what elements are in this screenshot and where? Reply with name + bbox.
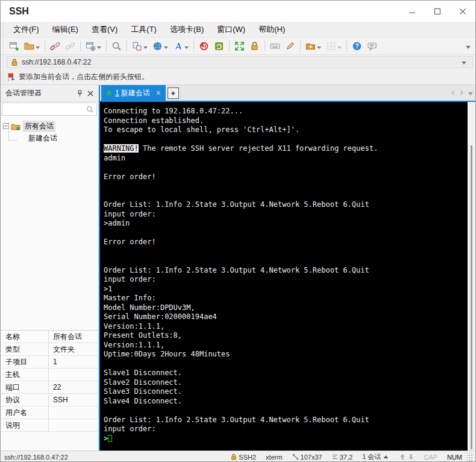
address-dropdown-button[interactable] bbox=[459, 58, 469, 66]
menu-item-5[interactable]: 窗口(W) bbox=[210, 22, 252, 37]
address-grip[interactable] bbox=[2, 56, 5, 68]
find-button[interactable] bbox=[110, 39, 124, 53]
terminal-line: Version:1.1.1, bbox=[104, 341, 468, 350]
property-row-7: 说明 bbox=[1, 419, 98, 432]
minimize-button[interactable] bbox=[399, 1, 425, 22]
terminal-line bbox=[104, 247, 468, 257]
notice-grip[interactable] bbox=[2, 71, 5, 83]
property-label: 用户名 bbox=[1, 407, 49, 419]
help-button[interactable]: ? bbox=[350, 39, 364, 53]
terminal-line: Serial Number:020000194ae4 bbox=[104, 312, 468, 322]
scrollbar-thumb[interactable] bbox=[471, 145, 472, 449]
resize-grip[interactable] bbox=[467, 453, 473, 461]
highlight-pen-button[interactable] bbox=[283, 39, 297, 53]
font-button[interactable] bbox=[171, 39, 190, 53]
property-row-0: 名称所有会话 bbox=[1, 331, 98, 343]
keyboard-icon bbox=[270, 41, 280, 51]
lock-icon bbox=[231, 454, 237, 460]
terminal-scrollbar[interactable] bbox=[468, 102, 475, 451]
trace-button[interactable] bbox=[197, 39, 211, 53]
address-field[interactable]: ssh://192.168.0.47:22 bbox=[7, 56, 473, 68]
highlight-pen-icon bbox=[285, 41, 295, 51]
property-row-4: 端口22 bbox=[1, 381, 98, 394]
session-properties-table: 名称所有会话类型文件夹子项目1主机端口22协议SSH用户名说明 bbox=[1, 330, 98, 451]
tree-item-1[interactable]: 新建会话 bbox=[1, 132, 98, 144]
collapse-expander-icon[interactable] bbox=[3, 123, 9, 129]
terminal-line bbox=[104, 406, 468, 416]
property-value: SSH bbox=[49, 396, 68, 404]
close-panel-button[interactable] bbox=[85, 88, 96, 99]
menu-item-0[interactable]: 文件(F) bbox=[7, 22, 46, 37]
terminal-line: input order: bbox=[104, 275, 468, 285]
terminal-line bbox=[104, 191, 468, 201]
menu-item-3[interactable]: 工具(T) bbox=[124, 22, 163, 37]
tab-list-button[interactable] bbox=[468, 87, 473, 98]
plus-icon: + bbox=[171, 89, 175, 97]
fullscreen-button[interactable] bbox=[233, 39, 246, 53]
session-properties-button[interactable] bbox=[84, 39, 103, 53]
tree-item-label: 所有会话 bbox=[23, 121, 55, 132]
terminal-line: Error order! bbox=[104, 172, 468, 182]
chevron-right-icon bbox=[460, 90, 463, 95]
terminal-line bbox=[104, 359, 468, 369]
new-tab-button[interactable]: + bbox=[168, 87, 179, 99]
terminal-line: Slave4 Disconnect. bbox=[104, 397, 468, 407]
keyboard-button[interactable] bbox=[268, 39, 282, 53]
new-folder-icon bbox=[305, 41, 316, 51]
layout-tabs-icon bbox=[132, 41, 142, 51]
tab-scroll-right-button[interactable] bbox=[460, 87, 463, 98]
toolbar-grip[interactable] bbox=[2, 39, 5, 52]
menu-item-1[interactable]: 编辑(E) bbox=[46, 22, 85, 37]
menu-bar: 文件(F)编辑(E)查看(V)工具(T)选项卡(B)窗口(W)帮助(H) bbox=[1, 22, 475, 37]
caret-down-icon bbox=[184, 40, 189, 51]
property-label: 类型 bbox=[1, 343, 49, 355]
tree-item-0[interactable]: 所有会话 bbox=[1, 120, 98, 132]
maximize-button[interactable] bbox=[425, 1, 450, 22]
open-folder-button[interactable] bbox=[22, 39, 42, 53]
property-row-6: 用户名 bbox=[1, 407, 98, 419]
app-window: SSH 文件(F)编辑(E)查看(V)工具(T)选项卡(B)窗口(W)帮助(H)… bbox=[0, 0, 476, 462]
session-connected-icon bbox=[107, 90, 111, 95]
reconnect-button bbox=[63, 39, 77, 53]
terminal-line: Model Number:DPDUv3M, bbox=[104, 303, 468, 313]
toolbar-separator bbox=[106, 40, 107, 51]
address-text: ssh://192.168.0.47:22 bbox=[22, 58, 459, 66]
arrow-down-icon bbox=[408, 454, 414, 460]
status-encryption: SSH2 bbox=[231, 454, 256, 461]
tab-close-button[interactable] bbox=[156, 89, 161, 97]
close-button[interactable] bbox=[450, 1, 475, 22]
toolbar-overflow-button[interactable] bbox=[461, 40, 475, 51]
new-session-button[interactable] bbox=[7, 39, 21, 53]
tab-scroll-left-button[interactable] bbox=[451, 87, 455, 98]
status-scroll-buttons[interactable] bbox=[399, 454, 414, 460]
property-label: 名称 bbox=[1, 331, 49, 343]
terminal-line: Connecting to 192.168.0.47:22... bbox=[104, 107, 468, 116]
lock-button[interactable] bbox=[248, 39, 261, 53]
session-properties-icon bbox=[86, 41, 96, 51]
message-button[interactable] bbox=[365, 39, 379, 53]
menu-item-6[interactable]: 帮助(H) bbox=[252, 22, 292, 37]
notice-text: 要添加当前会话，点击左侧的箭头按钮。 bbox=[19, 72, 149, 82]
disconnect-button[interactable] bbox=[48, 39, 62, 53]
log-button[interactable] bbox=[212, 39, 226, 53]
tab-bar: 1 新建会话 + bbox=[100, 85, 475, 102]
property-value: 所有会话 bbox=[49, 332, 82, 342]
pin-panel-button[interactable] bbox=[74, 88, 85, 99]
new-folder-button[interactable] bbox=[304, 39, 323, 53]
tab-session-1[interactable]: 1 新建会话 bbox=[101, 85, 166, 101]
menu-item-4[interactable]: 选项卡(B) bbox=[163, 22, 210, 37]
menu-grip[interactable] bbox=[2, 24, 5, 35]
session-search-box[interactable] bbox=[2, 103, 97, 116]
menu-item-2[interactable]: 查看(V) bbox=[85, 22, 124, 37]
terminal-line: Version:1.1.1, bbox=[104, 322, 468, 332]
session-search bbox=[1, 102, 98, 116]
caret-down-icon bbox=[337, 40, 342, 51]
property-value: 文件夹 bbox=[49, 344, 75, 355]
terminal-screen[interactable]: Connecting to 192.168.0.47:22...Connecti… bbox=[100, 102, 468, 451]
web-button[interactable] bbox=[151, 39, 170, 53]
status-session-count[interactable]: 1 会话 bbox=[362, 452, 390, 461]
terminal-line bbox=[104, 182, 468, 191]
minimize-icon bbox=[409, 8, 416, 15]
session-search-input[interactable] bbox=[5, 104, 86, 114]
layout-tabs-button[interactable] bbox=[130, 39, 149, 53]
